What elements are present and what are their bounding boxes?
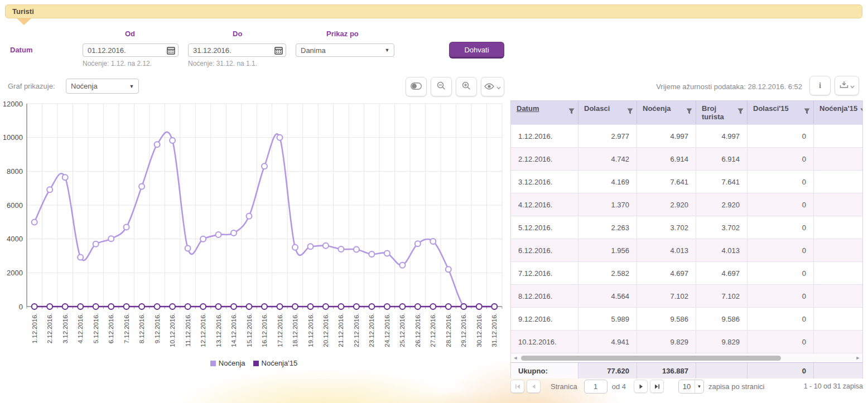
do-label: Do (233, 30, 242, 38)
graf-prikazuje-label: Graf prikazuje: (8, 82, 55, 90)
svg-text:10.12.2016.: 10.12.2016. (169, 313, 176, 347)
scroll-left-icon[interactable]: ◄ (511, 353, 520, 362)
table-row[interactable]: 1.12.2016.2.9774.9974.9970 (511, 124, 862, 147)
table-row[interactable]: 5.12.2016.2.2633.7023.7020 (511, 216, 862, 239)
table-row[interactable]: 7.12.2016.2.5824.6974.6970 (511, 261, 862, 284)
table-cell: 2.977 (578, 125, 637, 147)
column-header-datum[interactable]: Datum (511, 101, 578, 124)
table-cell (814, 193, 862, 216)
svg-text:10000: 10000 (3, 133, 23, 142)
svg-text:2000: 2000 (7, 269, 23, 277)
zoom-out-button[interactable] (431, 77, 452, 96)
svg-text:8.12.2016.: 8.12.2016. (138, 313, 145, 343)
legend-item[interactable]: Noćenja'15 (253, 359, 298, 367)
table-cell: 4.013 (637, 239, 696, 261)
calendar-icon[interactable] (163, 44, 178, 56)
chevron-down-icon: ▼ (695, 380, 703, 393)
table-row[interactable]: 10.12.2016.4.9419.8299.8290 (511, 330, 862, 353)
table-row[interactable]: 8.12.2016.4.5647.1027.1020 (511, 284, 862, 307)
column-header-dolasci[interactable]: Dolasci (578, 101, 637, 124)
data-updated-label: Vrijeme ažurnosti podataka: 28.12.2016. … (656, 82, 802, 91)
table-cell: 7.641 (637, 171, 696, 193)
chevron-down-icon[interactable]: ▼ (125, 79, 138, 93)
svg-text:27.12.2016.: 27.12.2016. (430, 313, 436, 347)
table-cell: 7.641 (696, 171, 748, 193)
datum-label: Datum (10, 46, 32, 54)
svg-text:7.12.2016.: 7.12.2016. (123, 313, 130, 343)
table-row[interactable]: 2.12.2016.4.7426.9146.9140 (511, 147, 862, 170)
chevron-down-icon (850, 81, 855, 91)
download-icon (840, 81, 848, 91)
last-page-button[interactable] (650, 380, 664, 393)
filter-funnel-icon[interactable] (627, 108, 633, 114)
line-chart[interactable]: 0200040006000800010000120001.12.2016.2.1… (3, 98, 508, 360)
table-cell: 3.12.2016. (511, 171, 578, 193)
date-to-input[interactable]: 31.12.2016. (188, 43, 286, 57)
toggle-pan-button[interactable] (406, 77, 427, 96)
filter-funnel-icon[interactable] (737, 108, 744, 114)
table-cell: 7.102 (637, 285, 696, 307)
svg-text:5.12.2016.: 5.12.2016. (93, 313, 99, 343)
table-cell (814, 308, 862, 330)
date-to-value: 31.12.2016. (189, 46, 271, 55)
column-header-broj-turista[interactable]: Brojturista (696, 101, 748, 124)
date-from-value: 01.12.2016. (83, 46, 163, 55)
svg-text:1.12.2016.: 1.12.2016. (31, 313, 38, 343)
zoom-in-button[interactable] (456, 77, 477, 96)
chevron-down-icon[interactable]: ▼ (380, 44, 394, 56)
first-page-button[interactable] (510, 380, 524, 393)
filter-funnel-icon[interactable] (860, 108, 863, 114)
svg-text:21.12.2016.: 21.12.2016. (337, 313, 344, 347)
calendar-icon[interactable] (271, 44, 286, 56)
dohvati-button-label: Dohvati (464, 46, 489, 54)
table-cell: 2.263 (578, 216, 637, 239)
graf-prikazuje-select[interactable]: Noćenja ▼ (66, 79, 139, 94)
series-visibility-button[interactable] (481, 77, 504, 96)
legend-label: Noćenja'15 (262, 359, 298, 367)
table-cell: 4.169 (578, 171, 637, 193)
tab-turisti[interactable]: Turisti (5, 4, 862, 18)
column-header-no-enja-15[interactable]: Noćenja'15 (814, 101, 863, 124)
export-download-button[interactable] (835, 76, 859, 95)
table-cell: 0 (748, 285, 814, 307)
table-cell: 5.989 (578, 308, 637, 330)
column-header-dolasci-15[interactable]: Dolasci'15 (748, 101, 814, 124)
total-cell: 136.887 (637, 363, 696, 378)
filter-funnel-icon[interactable] (686, 108, 692, 114)
table-row[interactable]: 9.12.2016.5.9899.5869.5860 (511, 307, 862, 330)
page-number-input[interactable] (584, 380, 607, 394)
table-total-row: Ukupno:77.620136.8870 (511, 362, 862, 378)
scroll-right-icon[interactable]: ► (853, 353, 862, 362)
date-from-input[interactable]: 01.12.2016. (83, 43, 179, 57)
page-size-select[interactable]: 10 ▼ (678, 380, 704, 394)
svg-text:12.12.2016.: 12.12.2016. (200, 313, 206, 347)
next-page-button[interactable] (634, 380, 648, 393)
table-cell (814, 148, 862, 170)
table-cell: 4.697 (637, 262, 696, 284)
page-size-label: zapisa po stranici (708, 382, 764, 391)
svg-text:4.12.2016.: 4.12.2016. (77, 313, 84, 343)
info-button[interactable]: i (809, 76, 831, 95)
legend-label: Noćenja (219, 359, 245, 367)
tab-turisti-label: Turisti (12, 7, 34, 16)
table-row[interactable]: 3.12.2016.4.1697.6417.6410 (511, 170, 862, 193)
table-cell: 4.013 (696, 239, 748, 261)
table-cell: 4.997 (637, 125, 696, 147)
dohvati-button[interactable]: Dohvati (449, 42, 504, 59)
table-row[interactable]: 6.12.2016.1.9564.0134.0130 (511, 239, 862, 261)
prikaz-po-select[interactable]: Danima ▼ (296, 43, 394, 57)
table-horizontal-scrollbar[interactable]: ◄ ► (511, 353, 862, 362)
scrollbar-thumb[interactable] (521, 356, 781, 361)
table-cell: 6.914 (637, 148, 696, 170)
column-header-no-enja[interactable]: Noćenja (637, 101, 696, 124)
zoom-in-icon (462, 81, 471, 93)
svg-text:9.12.2016.: 9.12.2016. (154, 313, 161, 343)
legend-item[interactable]: Noćenja (210, 359, 245, 367)
svg-text:17.12.2016.: 17.12.2016. (277, 313, 283, 347)
table-row[interactable]: 4.12.2016.1.3702.9202.9200 (511, 193, 862, 216)
prev-page-button[interactable] (527, 380, 541, 393)
scrollbar-track[interactable] (520, 355, 853, 361)
filter-funnel-icon[interactable] (568, 108, 575, 114)
filter-funnel-icon[interactable] (804, 108, 810, 114)
table-cell: 10.12.2016. (511, 331, 578, 353)
